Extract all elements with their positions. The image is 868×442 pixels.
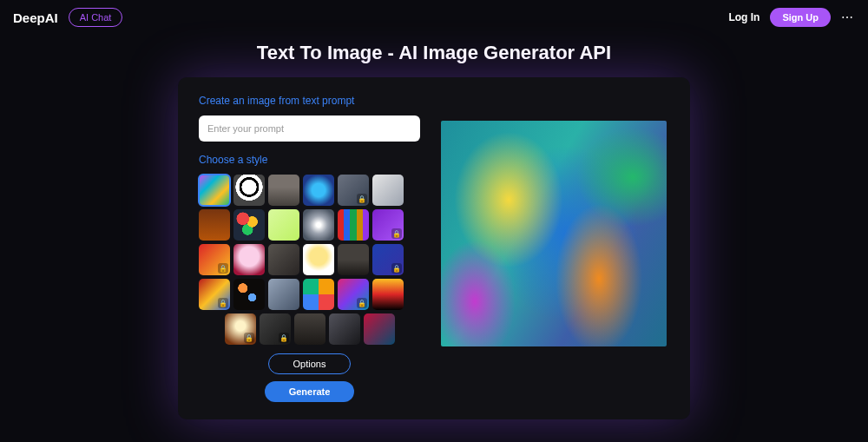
style-tile-books[interactable]	[338, 209, 369, 241]
style-tile-red-figure[interactable]: 🔒	[199, 244, 230, 275]
prompt-input[interactable]	[199, 115, 420, 142]
options-button[interactable]: Options	[268, 353, 352, 374]
lock-icon: 🔒	[357, 194, 367, 204]
style-tile-landscape[interactable]	[268, 175, 299, 206]
style-tile-renaissance[interactable]	[199, 209, 230, 241]
style-tile-chrome[interactable]	[303, 209, 334, 241]
style-tile-geometric[interactable]	[268, 279, 299, 310]
style-tile-app-icons[interactable]	[303, 279, 334, 310]
style-tile-woman[interactable]	[294, 313, 326, 345]
style-tile-cyber[interactable]	[364, 313, 395, 345]
lock-icon: 🔒	[391, 263, 402, 274]
style-grid: 🔒🔒🔒🔒🔒🔒🔒🔒	[199, 175, 420, 345]
style-tile-panda[interactable]	[233, 175, 265, 206]
style-tile-scifi[interactable]: 🔒	[372, 244, 404, 275]
lock-icon: 🔒	[218, 298, 228, 308]
style-tile-balloons[interactable]	[233, 209, 265, 241]
prompt-label: Create an image from text prompt	[199, 95, 420, 107]
style-tile-noir[interactable]	[329, 313, 360, 345]
page-title: Text To Image - AI Image Generator API	[0, 42, 868, 64]
header-right: Log In Sign Up ⋯	[728, 8, 855, 27]
style-tile-fire[interactable]	[372, 279, 404, 310]
header-left: DeepAI AI Chat	[13, 8, 122, 27]
more-menu-icon[interactable]: ⋯	[841, 10, 855, 24]
style-tile-thermal[interactable]: 🔒	[199, 279, 230, 310]
header: DeepAI AI Chat Log In Sign Up ⋯	[0, 0, 868, 35]
right-pane	[441, 95, 669, 402]
generate-button[interactable]: Generate	[265, 381, 355, 402]
style-tile-robot[interactable]	[303, 175, 334, 206]
style-tile-bokeh[interactable]	[233, 279, 265, 310]
style-tile-purple[interactable]: 🔒	[372, 209, 404, 241]
style-grid-last-row: 🔒🔒	[199, 313, 420, 345]
card-glow-wrap: Create an image from text prompt Choose …	[169, 77, 699, 419]
lock-icon: 🔒	[279, 333, 289, 343]
style-tile-house[interactable]	[338, 244, 369, 275]
style-tile-portrait[interactable]: 🔒	[338, 175, 369, 206]
style-tile-abstract[interactable]	[199, 175, 230, 206]
style-tile-dark[interactable]: 🔒	[260, 313, 291, 345]
login-link[interactable]: Log In	[728, 11, 760, 23]
style-tile-face[interactable]	[233, 244, 265, 275]
button-row: Options Generate	[199, 353, 420, 402]
style-label: Choose a style	[199, 154, 420, 166]
style-tile-paint[interactable]: 🔒	[338, 279, 369, 310]
left-pane: Create an image from text prompt Choose …	[199, 95, 420, 402]
style-tile-mystic[interactable]: 🔒	[225, 313, 256, 345]
style-tile-sketch[interactable]	[372, 175, 404, 206]
style-tile-pop-art[interactable]	[303, 244, 334, 275]
logo[interactable]: DeepAI	[13, 10, 58, 25]
lock-icon: 🔒	[244, 333, 254, 343]
lock-icon: 🔒	[357, 298, 367, 308]
ai-chat-button[interactable]: AI Chat	[69, 8, 123, 27]
lock-icon: 🔒	[391, 228, 402, 239]
style-tile-dancers[interactable]	[268, 209, 299, 241]
preview-image	[441, 121, 667, 346]
style-tile-crowd[interactable]	[268, 244, 299, 275]
lock-icon: 🔒	[218, 263, 228, 274]
main-card: Create an image from text prompt Choose …	[178, 77, 690, 419]
signup-button[interactable]: Sign Up	[770, 8, 831, 27]
